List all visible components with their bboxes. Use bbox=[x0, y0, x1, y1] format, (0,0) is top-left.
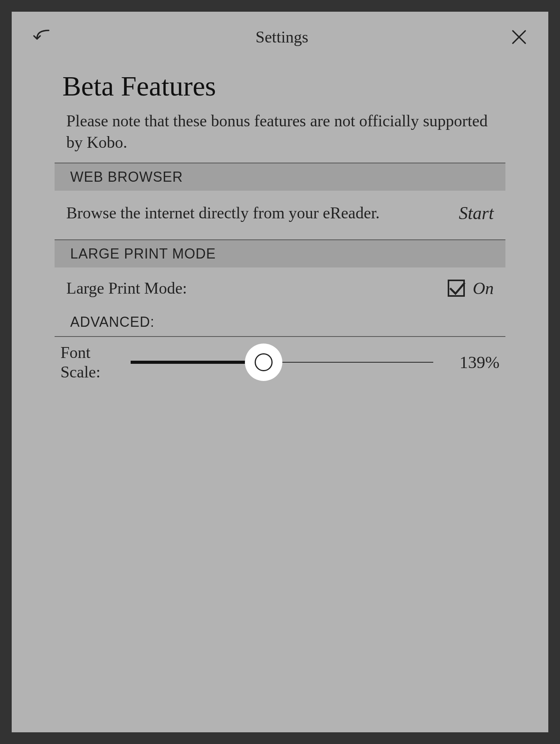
section-header-web-browser: WEB BROWSER bbox=[55, 163, 505, 191]
page-title: Beta Features bbox=[12, 70, 548, 110]
start-button[interactable]: Start bbox=[443, 203, 494, 223]
font-scale-value: 139% bbox=[445, 353, 500, 372]
large-print-toggle: On bbox=[448, 278, 494, 298]
header-title: Settings bbox=[255, 28, 308, 46]
content-area: Beta Features Please note that these bon… bbox=[12, 58, 548, 382]
close-icon[interactable] bbox=[511, 29, 527, 45]
section-header-large-print: LARGE PRINT MODE bbox=[55, 239, 505, 267]
slider-fill bbox=[131, 361, 264, 364]
web-browser-row: Browse the internet directly from your e… bbox=[55, 191, 505, 239]
advanced-label: ADVANCED: bbox=[55, 306, 505, 336]
back-icon[interactable] bbox=[33, 27, 53, 47]
large-print-checkbox[interactable] bbox=[448, 280, 465, 297]
font-scale-label: Font Scale: bbox=[60, 343, 119, 382]
slider-thumb[interactable] bbox=[245, 344, 282, 381]
web-browser-desc: Browse the internet directly from your e… bbox=[66, 202, 443, 224]
settings-screen: Settings Beta Features Please note that … bbox=[12, 12, 548, 732]
font-scale-slider[interactable] bbox=[131, 349, 433, 376]
font-scale-row: Font Scale: 139% bbox=[55, 337, 505, 382]
slider-thumb-inner-icon bbox=[255, 353, 273, 371]
page-subtitle: Please note that these bonus features ar… bbox=[12, 110, 548, 163]
large-print-label: Large Print Mode: bbox=[66, 279, 187, 298]
large-print-row: Large Print Mode: On bbox=[55, 267, 505, 306]
header-bar: Settings bbox=[12, 12, 548, 58]
large-print-state: On bbox=[473, 278, 494, 298]
